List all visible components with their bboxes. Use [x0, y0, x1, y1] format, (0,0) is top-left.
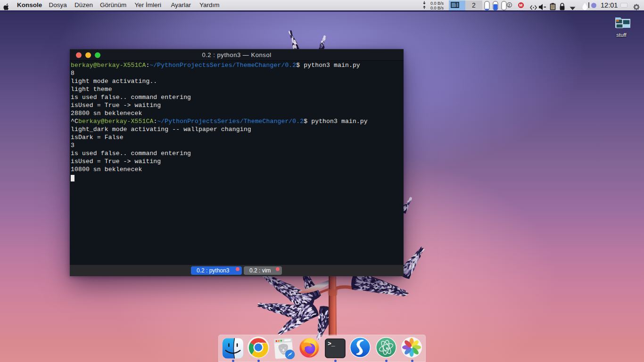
- svg-text:0.0 B/s: 0.0 B/s: [430, 6, 444, 10]
- svg-text:0.0 B/s: 0.0 B/s: [430, 1, 444, 6]
- svg-text:>_: >_: [328, 340, 335, 347]
